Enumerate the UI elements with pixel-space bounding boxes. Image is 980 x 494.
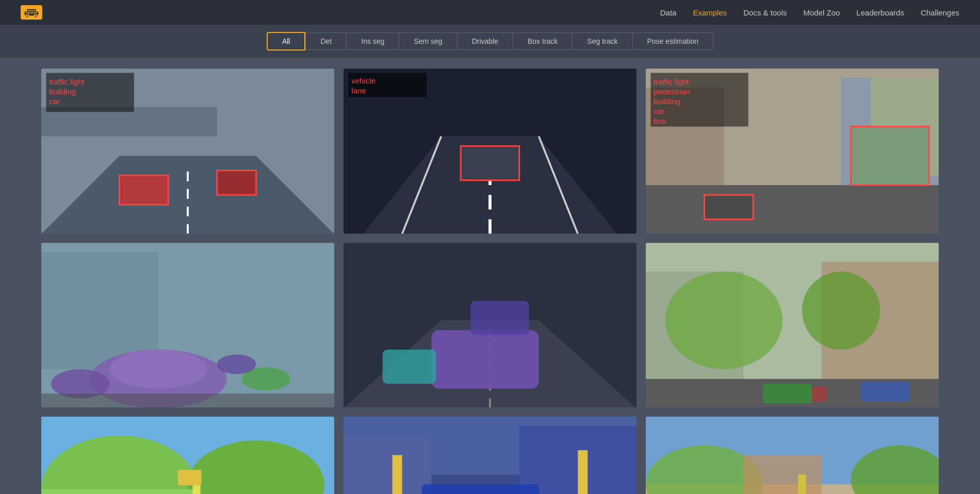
nav-leaderboards[interactable]: Leaderboards	[856, 8, 904, 17]
filter-det[interactable]: Det	[305, 32, 347, 50]
svg-rect-86	[393, 455, 402, 494]
filter-all[interactable]: All	[267, 32, 306, 51]
header: Data Examples Docs & tools Model Zoo Lea…	[0, 0, 980, 25]
svg-rect-14	[217, 171, 256, 195]
svg-text:car: car	[654, 107, 664, 116]
svg-rect-56	[431, 330, 538, 389]
svg-rect-57	[470, 301, 529, 335]
filter-sem-seg[interactable]: Sem seg	[399, 32, 457, 50]
svg-text:traffic light: traffic light	[49, 77, 85, 86]
svg-text:pedestrian: pedestrian	[654, 87, 690, 96]
svg-rect-52	[41, 393, 334, 407]
nav-challenges[interactable]: Challenges	[921, 8, 959, 17]
nav-model-zoo[interactable]: Model Zoo	[803, 8, 840, 17]
svg-rect-66	[861, 382, 910, 401]
filter-drivable[interactable]: Drivable	[458, 32, 513, 50]
gallery-item[interactable]	[41, 417, 334, 494]
gallery-item[interactable]	[344, 417, 636, 494]
svg-text:traffic light: traffic light	[654, 77, 689, 86]
svg-point-63	[802, 271, 880, 349]
svg-rect-58	[383, 350, 436, 384]
gallery-item[interactable]: vehicle lane	[344, 69, 636, 234]
logo[interactable]	[21, 5, 42, 20]
svg-rect-79	[344, 436, 431, 494]
svg-point-62	[665, 271, 782, 369]
main-content: traffic light building car	[0, 58, 980, 494]
svg-rect-65	[763, 384, 812, 403]
gallery-item[interactable]	[344, 243, 636, 408]
gallery-item[interactable]: traffic light building car	[41, 69, 334, 234]
svg-text:building: building	[654, 97, 680, 106]
svg-rect-71	[41, 489, 198, 494]
svg-rect-67	[812, 387, 826, 401]
svg-rect-94	[743, 455, 821, 494]
svg-rect-81	[421, 484, 538, 494]
svg-point-48	[110, 350, 207, 389]
filter-seg-track[interactable]: Seg track	[573, 32, 632, 50]
svg-text:building: building	[49, 87, 76, 96]
svg-text:bus: bus	[654, 117, 666, 125]
nav-docs[interactable]: Docs & tools	[743, 8, 787, 17]
svg-text:vehicle: vehicle	[351, 76, 375, 85]
gallery-item[interactable]	[646, 417, 939, 494]
logo-icon	[21, 5, 42, 20]
svg-text:lane: lane	[351, 86, 366, 95]
svg-rect-34	[646, 185, 939, 233]
main-nav: Data Examples Docs & tools Model Zoo Lea…	[660, 8, 959, 17]
svg-rect-25	[461, 146, 519, 180]
svg-text:car: car	[49, 97, 60, 106]
svg-rect-76	[178, 470, 201, 485]
filter-bar: All Det Ins seg Sem seg Drivable Box tra…	[0, 25, 980, 58]
gallery-item[interactable]	[646, 243, 939, 408]
svg-rect-37	[705, 195, 754, 219]
svg-rect-87	[578, 450, 587, 494]
svg-rect-35	[851, 126, 929, 185]
filter-box-track[interactable]: Box track	[513, 32, 573, 50]
gallery-item[interactable]	[41, 243, 334, 408]
svg-point-51	[217, 354, 256, 374]
gallery-grid: traffic light building car	[41, 69, 939, 494]
filter-ins-seg[interactable]: Ins seg	[347, 32, 399, 50]
nav-examples[interactable]: Examples	[693, 8, 727, 17]
svg-rect-12	[119, 175, 168, 205]
filter-pose-estimation[interactable]: Pose estimation	[633, 32, 714, 50]
gallery-item[interactable]: traffic light pedestrian building car bu…	[646, 69, 939, 234]
nav-data[interactable]: Data	[660, 8, 677, 17]
svg-rect-97	[798, 474, 806, 494]
